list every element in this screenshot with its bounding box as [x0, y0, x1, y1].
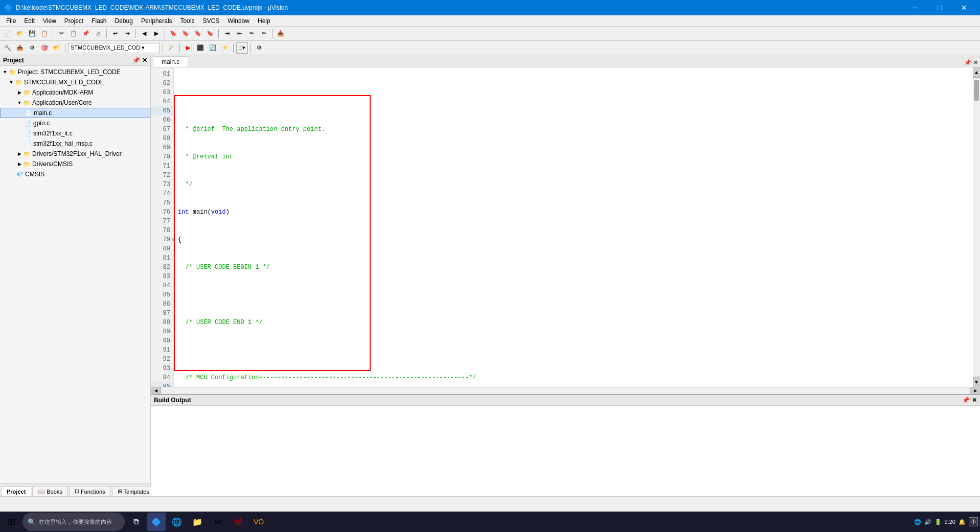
manage-btn[interactable]: 📂: [51, 42, 62, 54]
tree-mdk-arm[interactable]: ▶ 📁 Application/MDK-ARM: [0, 87, 150, 98]
maximize-button[interactable]: □: [928, 0, 951, 15]
insert-button[interactable]: 📥: [275, 28, 286, 39]
time-display[interactable]: 9:20: [945, 519, 955, 525]
bookmark1-button[interactable]: 🔖: [168, 28, 179, 39]
code-content[interactable]: * @brief The application entry point. * …: [174, 67, 973, 387]
tree-msp-c[interactable]: 📄 stm32f1xx_hal_msp.c: [0, 138, 150, 149]
folder-button[interactable]: 📁: [188, 513, 207, 531]
tree-cmsis[interactable]: 💎 CMSIS: [0, 169, 150, 179]
comment-button[interactable]: ✏: [246, 28, 257, 39]
menu-file[interactable]: File: [2, 16, 20, 26]
redo-button[interactable]: ↪: [122, 28, 133, 39]
project-close-icon[interactable]: ✕: [142, 57, 147, 64]
menu-debug[interactable]: Debug: [111, 16, 137, 26]
tree-project-root[interactable]: ▼ 📁 Project: STMCCUBEMX_LED_CODE: [0, 67, 150, 77]
search-button[interactable]: 🔍 在这里输入，你要搜索的内容: [22, 513, 125, 531]
ln-63: 63: [151, 88, 173, 97]
tree-user-core[interactable]: ▼ 📁 Application/User/Core: [0, 98, 150, 108]
config-btn[interactable]: ⚙: [27, 42, 38, 54]
code-editor[interactable]: 61 62 63 64 65 66 67 68 69 70 71 72 73 7…: [151, 67, 980, 387]
mail-icon: ✉: [215, 517, 221, 527]
menu-svcs[interactable]: SVCS: [199, 16, 224, 26]
print-button[interactable]: 🖨: [93, 28, 104, 39]
tab-close-icon[interactable]: ✕: [973, 59, 978, 66]
unindent-button[interactable]: ⇤: [234, 28, 245, 39]
menu-tools[interactable]: Tools: [176, 16, 199, 26]
scroll-up-btn[interactable]: ▲: [973, 67, 980, 78]
network-icon[interactable]: 🌐: [914, 519, 921, 525]
scroll-right-btn[interactable]: ▶: [970, 387, 980, 395]
tab-pin-icon[interactable]: 📌: [964, 59, 971, 66]
dbg-run-btn[interactable]: ▶: [183, 42, 194, 54]
bookmark2-button[interactable]: 🔖: [180, 28, 191, 39]
editor-tab-mainc[interactable]: main.c: [153, 56, 188, 67]
code-text-66: /* USER CODE BEGIN 1 */: [178, 263, 270, 272]
close-button[interactable]: ✕: [952, 0, 976, 15]
tab-project[interactable]: Project: [1, 487, 31, 496]
undo-button[interactable]: ↩: [109, 28, 121, 39]
bookmark4-button[interactable]: 🔖: [204, 28, 216, 39]
settings-btn[interactable]: ⚙: [254, 42, 265, 54]
scroll-down-btn[interactable]: ▼: [973, 377, 980, 387]
bookmark3-button[interactable]: 🔖: [192, 28, 203, 39]
task-view-button[interactable]: ⧉: [127, 513, 145, 531]
tree-it-c[interactable]: 📄 stm32f1xx_it.c: [0, 128, 150, 138]
open-button[interactable]: 📂: [14, 28, 26, 39]
nav-forward-button[interactable]: ▶: [151, 28, 162, 39]
menu-edit[interactable]: Edit: [20, 16, 39, 26]
tab-templates[interactable]: ⊞ Templates: [112, 486, 155, 496]
keyboard-icon[interactable]: 小: [969, 517, 978, 526]
app1-button[interactable]: Ⓦ: [229, 513, 247, 531]
start-button[interactable]: ⊞: [2, 513, 20, 531]
app2-button[interactable]: VO: [249, 513, 268, 531]
tree-hal-driver[interactable]: ▶ 📁 Drivers/STM32F1xx_HAL_Driver: [0, 149, 150, 159]
dbg-options-btn[interactable]: □▾: [236, 42, 248, 54]
tree-mainc[interactable]: 📄 main.c: [0, 108, 150, 118]
menu-help[interactable]: Help: [254, 16, 275, 26]
minimize-button[interactable]: ─: [903, 0, 927, 15]
menu-peripherals[interactable]: Peripherals: [137, 16, 176, 26]
menu-project[interactable]: Project: [60, 16, 87, 26]
nav-back-button[interactable]: ◀: [139, 28, 150, 39]
wand-btn[interactable]: 🪄: [166, 42, 177, 54]
collapse-65-icon[interactable]: ⊟: [172, 235, 174, 244]
tab-books[interactable]: 📖 Books: [32, 486, 68, 496]
load-btn[interactable]: 📤: [14, 42, 26, 54]
right-panel: main.c 📌 ✕ 61 62 63 64 65 66 67 68 69 70: [151, 55, 980, 496]
tree-cmsis-folder[interactable]: ▶ 📁 Drivers/CMSIS: [0, 159, 150, 169]
cut-button[interactable]: ✂: [56, 28, 67, 39]
build-output-close-icon[interactable]: ✕: [972, 397, 977, 404]
menu-view[interactable]: View: [39, 16, 60, 26]
new-file-button[interactable]: 📄: [2, 28, 13, 39]
project-pin-icon[interactable]: 📌: [132, 57, 140, 64]
code-line-67: [178, 290, 969, 299]
build-output-pin-icon[interactable]: 📌: [962, 397, 970, 404]
scroll-left-btn[interactable]: ◀: [151, 387, 161, 395]
dbg-mode-btn[interactable]: ⚡: [219, 42, 231, 54]
tree-gpioc[interactable]: 📄 gpio.c: [0, 118, 150, 128]
battery-icon[interactable]: 🔋: [935, 519, 942, 525]
keil-taskbar-button[interactable]: 🔷: [147, 513, 166, 531]
save-button[interactable]: 💾: [27, 28, 38, 39]
save-all-button[interactable]: 📋: [39, 28, 50, 39]
menu-flash[interactable]: Flash: [87, 16, 110, 26]
tab-functions[interactable]: ⊡ Functions: [69, 486, 111, 496]
volume-icon[interactable]: 🔊: [924, 519, 931, 525]
paste-button[interactable]: 📌: [80, 28, 92, 39]
menu-window[interactable]: Window: [223, 16, 254, 26]
right-scrollbar[interactable]: ▲ ▼: [973, 67, 980, 387]
indent-button[interactable]: ⇥: [221, 28, 233, 39]
scroll-thumb[interactable]: [974, 80, 979, 101]
tree-stm-root[interactable]: ▼ 📁 STMCCUBEMX_LED_CODE: [0, 77, 150, 87]
dbg-stop-btn[interactable]: ⬛: [195, 42, 206, 54]
uncomment-button[interactable]: ✏: [258, 28, 269, 39]
build-btn[interactable]: 🔨: [2, 42, 13, 54]
copy-button[interactable]: 📋: [68, 28, 79, 39]
target-dropdown[interactable]: STMCCUBEMX_LED_COD ▾: [68, 43, 160, 53]
target-opts-btn[interactable]: 🎯: [39, 42, 50, 54]
browser-button[interactable]: 🌐: [168, 513, 186, 531]
mail-button[interactable]: ✉: [209, 513, 227, 531]
dbg-reset-btn[interactable]: 🔄: [207, 42, 218, 54]
notification-icon[interactable]: 🔔: [959, 519, 966, 525]
horizontal-scrollbar[interactable]: ◀ ▶: [151, 387, 980, 394]
